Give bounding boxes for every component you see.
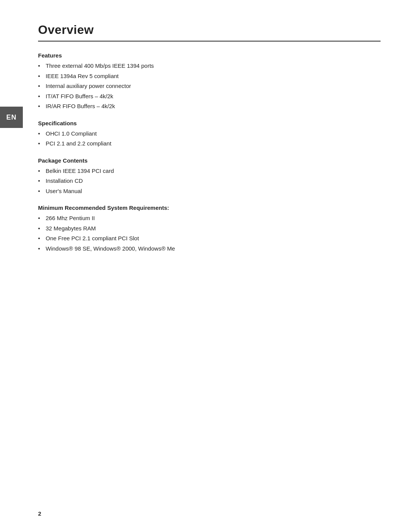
list-item: Belkin IEEE 1394 PCI card bbox=[38, 167, 381, 176]
sidebar-en-badge: EN bbox=[0, 107, 23, 128]
features-list: Three external 400 Mb/ps IEEE 1394 ports… bbox=[38, 62, 381, 111]
system-requirements-section: Minimum Recommended System Requirements:… bbox=[38, 204, 381, 253]
list-item: IT/AT FIFO Buffers – 4k/2k bbox=[38, 92, 381, 101]
list-item: 266 Mhz Pentium II bbox=[38, 214, 381, 223]
package-contents-section: Package Contents Belkin IEEE 1394 PCI ca… bbox=[38, 157, 381, 196]
specifications-list: OHCI 1.0 Compliant PCI 2.1 and 2.2 compl… bbox=[38, 129, 381, 148]
list-item: Windows® 98 SE, Windows® 2000, Windows® … bbox=[38, 244, 381, 253]
list-item: 32 Megabytes RAM bbox=[38, 224, 381, 233]
page-container: EN Overview Features Three external 400 … bbox=[0, 0, 411, 532]
list-item: IR/AR FIFO Buffers – 4k/2k bbox=[38, 102, 381, 111]
specifications-section: Specifications OHCI 1.0 Compliant PCI 2.… bbox=[38, 120, 381, 148]
list-item: PCI 2.1 and 2.2 compliant bbox=[38, 139, 381, 148]
package-contents-list: Belkin IEEE 1394 PCI card Installation C… bbox=[38, 167, 381, 196]
package-contents-heading: Package Contents bbox=[38, 157, 381, 164]
list-item: Three external 400 Mb/ps IEEE 1394 ports bbox=[38, 62, 381, 70]
system-requirements-heading: Minimum Recommended System Requirements: bbox=[38, 204, 381, 211]
features-heading: Features bbox=[38, 52, 381, 59]
list-item: Internal auxiliary power connector bbox=[38, 82, 381, 91]
specifications-heading: Specifications bbox=[38, 120, 381, 126]
page-number: 2 bbox=[38, 510, 41, 517]
features-section: Features Three external 400 Mb/ps IEEE 1… bbox=[38, 52, 381, 111]
list-item: IEEE 1394a Rev 5 compliant bbox=[38, 72, 381, 81]
system-requirements-list: 266 Mhz Pentium II 32 Megabytes RAM One … bbox=[38, 214, 381, 253]
title-divider bbox=[38, 41, 381, 42]
list-item: OHCI 1.0 Compliant bbox=[38, 129, 381, 138]
list-item: One Free PCI 2.1 compliant PCI Slot bbox=[38, 234, 381, 243]
list-item: User's Manual bbox=[38, 187, 381, 196]
main-content: Overview Features Three external 400 Mb/… bbox=[38, 0, 381, 253]
sidebar-lang-label: EN bbox=[6, 113, 16, 121]
list-item: Installation CD bbox=[38, 177, 381, 185]
page-title: Overview bbox=[38, 23, 381, 37]
